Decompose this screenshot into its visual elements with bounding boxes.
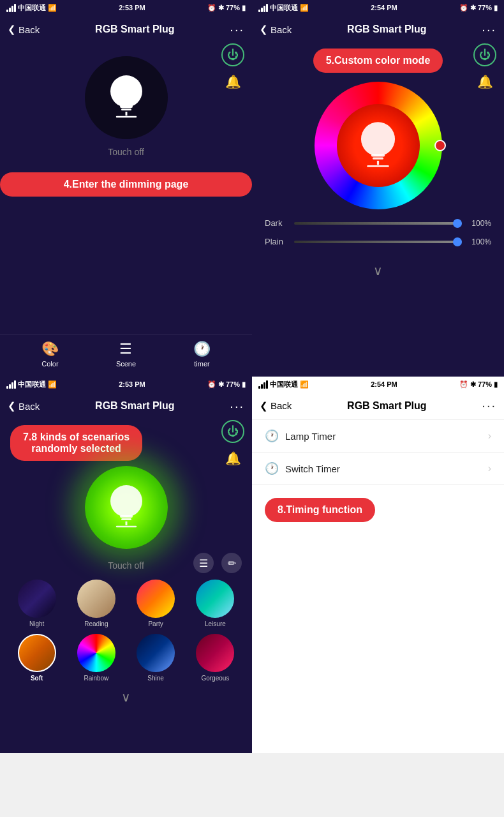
scene-leisure[interactable]: Leisure [189,580,242,627]
plain-slider[interactable] [294,241,462,243]
scene-icon-1: ☰ [119,341,132,357]
nav-timer-1[interactable]: 🕐 timer [193,341,211,368]
color-wheel-inner [337,104,420,187]
nav-color-1[interactable]: 🎨 Color [41,341,59,368]
scene-reading[interactable]: Reading [70,580,122,627]
signal-icon-4 [258,380,268,389]
status-left-3: 中国联通 📶 [6,380,57,389]
battery-4: 77% [478,380,492,388]
dark-slider[interactable] [294,222,462,225]
time-3: 2:53 PM [119,380,145,388]
lamp-timer-item[interactable]: 🕐 Lamp Timer › [252,420,504,453]
power-icon-1: ⏻ [227,49,239,62]
alarm-button-3[interactable]: 🔔 [223,448,243,468]
chevron-down-3[interactable]: ∨ [0,687,252,707]
battery-2: 77% [478,4,492,11]
nav-bar-1: ❮ Back RGB Smart Plug ··· [0,15,252,43]
bulb-circle-1[interactable] [85,56,168,139]
color-wheel[interactable] [315,82,442,209]
dark-label: Dark [265,218,288,228]
alarm-status-icon-4: ⏰ [459,380,468,389]
annotation-area-3: 7.8 kinds of scenarios randomly selected [10,425,242,461]
bluetooth-icon-2: ✱ [470,4,476,12]
color-wheel-area[interactable] [252,82,504,209]
scene-party[interactable]: Party [130,580,182,627]
back-button-2[interactable]: ❮ Back [260,24,292,35]
screen-1-dimming: 中国联通 📶 2:53 PM ⏰ ✱ 77% ▮ ❮ Back RGB Smar… [0,0,252,377]
scene-label-gorgeous: Gorgeous [201,675,229,682]
edit-icon-btn[interactable]: ✏ [221,553,242,573]
scene-shine[interactable]: Shine [130,634,182,682]
plain-slider-thumb[interactable] [453,237,462,246]
more-button-3[interactable]: ··· [230,399,244,414]
dark-slider-thumb[interactable] [453,219,462,228]
lamp-timer-label: Lamp Timer [285,431,336,442]
color-label-1: Color [41,360,58,368]
annotation-badge-3: 7.8 kinds of scenarios randomly selected [10,425,142,461]
svg-rect-12 [121,518,131,520]
bluetooth-icon: ✱ [218,4,224,12]
signal-icon-3 [6,380,16,389]
wifi-icon: 📶 [48,4,57,12]
annotation-area-2: 5.Custom color mode [252,49,504,73]
nav-scene-1[interactable]: ☰ Scene [116,341,136,368]
power-button-3[interactable]: ⏻ [221,420,244,443]
alarm-button-1[interactable]: 🔔 [223,71,243,92]
more-button-2[interactable]: ··· [482,22,496,37]
svg-point-10 [110,485,142,517]
bluetooth-icon-4: ✱ [470,380,476,389]
scene-gorgeous[interactable]: Gorgeous [189,634,242,682]
plain-label: Plain [265,237,288,246]
alarm-icon-1: 🔔 [225,74,241,89]
back-button-3[interactable]: ❮ Back [8,400,40,412]
battery-1: 77% [226,4,240,11]
timer-list: 🕐 Lamp Timer › 🕐 Switch Timer › [252,420,504,485]
wifi-icon-4: 📶 [300,380,309,389]
touch-row-3: Touch off ☰ ✏ [0,553,252,571]
power-button-2[interactable]: ⏻ [473,43,496,66]
screen-3-scenes: 中国联通 📶 2:53 PM ⏰ ✱ 77% ▮ ❮ Back RGB Smar… [0,377,252,753]
scene-soft[interactable]: Soft [10,634,63,682]
power-icon-2: ⏻ [479,49,491,62]
scene-thumb-gorgeous [196,634,234,672]
list-icon-btn[interactable]: ☰ [193,553,214,573]
back-button-4[interactable]: ❮ Back [260,400,292,412]
bulb-svg-2 [354,119,402,173]
carrier-3: 中国联通 [18,380,46,389]
scene-night[interactable]: Night [10,580,63,627]
scene-rainbow[interactable]: Rainbow [70,634,122,682]
back-button-1[interactable]: ❮ Back [8,24,40,35]
color-icon-1: 🎨 [41,341,59,357]
alarm-status-icon: ⏰ [207,4,216,12]
annotation-badge-2: 5.Custom color mode [313,49,443,73]
more-button-4[interactable]: ··· [482,398,496,413]
timer-label-1: timer [194,360,209,368]
status-right-1: ⏰ ✱ 77% ▮ [207,4,246,12]
bulb-circle-3[interactable] [85,466,168,549]
battery-icon-4: ▮ [494,380,498,389]
bulb-area-1: Touch off [0,56,252,157]
svg-rect-1 [120,105,133,108]
scene-label-night: Night [29,620,44,627]
chevron-down-2[interactable]: ∨ [252,260,504,281]
scene-thumb-party [137,580,175,618]
scene-label-shine: Shine [147,675,164,682]
sliders-area: Dark 100% Plain 100% [252,209,504,260]
battery-icon-1: ▮ [242,4,246,12]
annotation-badge-4: 8.Timing function [265,498,375,522]
scene-label-party: Party [148,620,163,627]
screen-2-color-wheel: 中国联通 📶 2:54 PM ⏰ ✱ 77% ▮ ❮ Back RGB Smar… [252,0,504,377]
switch-timer-item[interactable]: 🕐 Switch Timer › [252,453,504,485]
back-label-2: Back [271,24,292,35]
more-button-1[interactable]: ··· [230,22,244,37]
color-wheel-handle[interactable] [434,140,446,151]
battery-3: 77% [226,380,240,388]
back-chevron-3: ❮ [8,400,16,412]
svg-rect-11 [120,515,133,518]
status-bar-1: 中国联通 📶 2:53 PM ⏰ ✱ 77% ▮ [0,0,252,15]
plain-value: 100% [468,237,491,246]
bulb-svg-1 [104,72,149,123]
bulb-svg-3 [104,482,149,533]
scene-grid: Night Reading Party Leisure Soft Rainbow… [0,574,252,687]
power-button-1[interactable]: ⏻ [221,43,244,66]
